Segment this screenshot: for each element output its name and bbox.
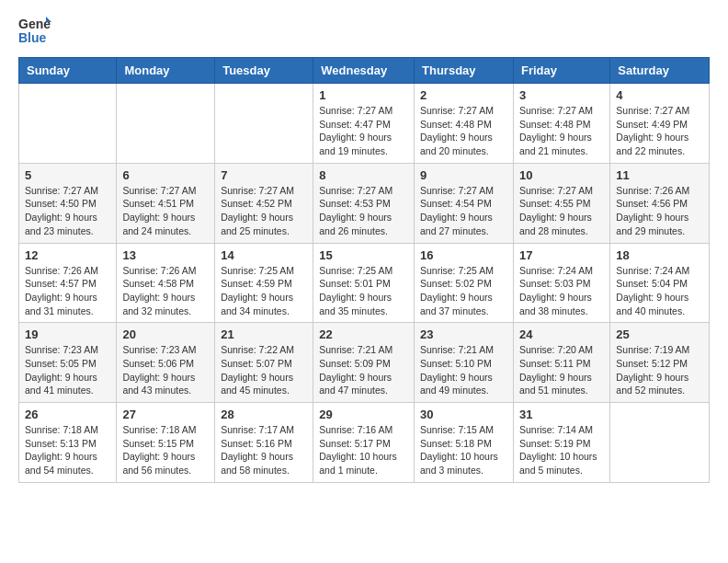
day-info: Sunrise: 7:27 AMSunset: 4:50 PMDaylight:… bbox=[25, 184, 110, 238]
calendar-cell: 8Sunrise: 7:27 AMSunset: 4:53 PMDaylight… bbox=[313, 163, 415, 243]
day-info: Sunrise: 7:24 AMSunset: 5:04 PMDaylight:… bbox=[616, 264, 703, 318]
calendar-cell: 21Sunrise: 7:22 AMSunset: 5:07 PMDayligh… bbox=[215, 323, 313, 403]
day-number: 21 bbox=[221, 327, 307, 341]
day-info: Sunrise: 7:21 AMSunset: 5:10 PMDaylight:… bbox=[420, 343, 507, 397]
col-saturday: Saturday bbox=[610, 58, 710, 84]
day-number: 31 bbox=[519, 408, 604, 421]
calendar-cell: 18Sunrise: 7:24 AMSunset: 5:04 PMDayligh… bbox=[610, 243, 710, 323]
day-info: Sunrise: 7:23 AMSunset: 5:05 PMDaylight:… bbox=[25, 343, 110, 397]
day-info: Sunrise: 7:20 AMSunset: 5:11 PMDaylight:… bbox=[519, 343, 604, 397]
calendar-cell: 25Sunrise: 7:19 AMSunset: 5:12 PMDayligh… bbox=[610, 323, 710, 403]
day-number: 14 bbox=[221, 248, 307, 262]
day-number: 22 bbox=[319, 327, 408, 341]
day-info: Sunrise: 7:26 AMSunset: 4:56 PMDaylight:… bbox=[616, 184, 703, 238]
day-number: 12 bbox=[25, 248, 110, 262]
calendar-cell: 13Sunrise: 7:26 AMSunset: 4:58 PMDayligh… bbox=[117, 243, 215, 323]
calendar-cell: 16Sunrise: 7:25 AMSunset: 5:02 PMDayligh… bbox=[415, 243, 514, 323]
day-number: 23 bbox=[420, 327, 507, 341]
day-info: Sunrise: 7:23 AMSunset: 5:06 PMDaylight:… bbox=[122, 343, 209, 397]
day-number: 11 bbox=[616, 168, 703, 182]
calendar-cell: 31Sunrise: 7:14 AMSunset: 5:19 PMDayligh… bbox=[513, 403, 609, 483]
day-info: Sunrise: 7:27 AMSunset: 4:51 PMDaylight:… bbox=[122, 184, 209, 238]
day-info: Sunrise: 7:22 AMSunset: 5:07 PMDaylight:… bbox=[221, 343, 307, 397]
calendar-cell bbox=[19, 84, 117, 164]
day-info: Sunrise: 7:27 AMSunset: 4:49 PMDaylight:… bbox=[616, 104, 703, 158]
day-number: 25 bbox=[616, 327, 703, 341]
calendar-cell: 5Sunrise: 7:27 AMSunset: 4:50 PMDaylight… bbox=[19, 163, 117, 243]
day-info: Sunrise: 7:16 AMSunset: 5:17 PMDaylight:… bbox=[319, 423, 408, 477]
calendar-cell: 26Sunrise: 7:18 AMSunset: 5:13 PMDayligh… bbox=[19, 403, 117, 483]
day-info: Sunrise: 7:17 AMSunset: 5:16 PMDaylight:… bbox=[221, 423, 307, 477]
day-info: Sunrise: 7:18 AMSunset: 5:15 PMDaylight:… bbox=[122, 423, 209, 477]
day-info: Sunrise: 7:27 AMSunset: 4:54 PMDaylight:… bbox=[420, 184, 507, 238]
day-info: Sunrise: 7:14 AMSunset: 5:19 PMDaylight:… bbox=[519, 423, 604, 477]
logo: General Blue bbox=[18, 15, 51, 48]
calendar-cell: 12Sunrise: 7:26 AMSunset: 4:57 PMDayligh… bbox=[19, 243, 117, 323]
day-info: Sunrise: 7:27 AMSunset: 4:52 PMDaylight:… bbox=[221, 184, 307, 238]
calendar-header-row: Sunday Monday Tuesday Wednesday Thursday… bbox=[19, 58, 710, 84]
calendar-cell: 20Sunrise: 7:23 AMSunset: 5:06 PMDayligh… bbox=[117, 323, 215, 403]
calendar-cell: 17Sunrise: 7:24 AMSunset: 5:03 PMDayligh… bbox=[513, 243, 609, 323]
calendar-cell: 2Sunrise: 7:27 AMSunset: 4:48 PMDaylight… bbox=[415, 84, 514, 164]
day-info: Sunrise: 7:26 AMSunset: 4:57 PMDaylight:… bbox=[25, 264, 110, 318]
calendar-cell: 10Sunrise: 7:27 AMSunset: 4:55 PMDayligh… bbox=[513, 163, 609, 243]
week-row-2: 5Sunrise: 7:27 AMSunset: 4:50 PMDaylight… bbox=[19, 163, 710, 243]
header: General Blue bbox=[18, 15, 710, 48]
day-number: 20 bbox=[122, 327, 209, 341]
week-row-3: 12Sunrise: 7:26 AMSunset: 4:57 PMDayligh… bbox=[19, 243, 710, 323]
day-number: 3 bbox=[519, 88, 604, 102]
week-row-1: 1Sunrise: 7:27 AMSunset: 4:47 PMDaylight… bbox=[19, 84, 710, 164]
calendar-cell: 23Sunrise: 7:21 AMSunset: 5:10 PMDayligh… bbox=[415, 323, 514, 403]
day-info: Sunrise: 7:18 AMSunset: 5:13 PMDaylight:… bbox=[25, 423, 110, 477]
day-number: 17 bbox=[519, 248, 604, 262]
day-number: 15 bbox=[319, 248, 408, 262]
calendar-cell: 7Sunrise: 7:27 AMSunset: 4:52 PMDaylight… bbox=[215, 163, 313, 243]
calendar-cell bbox=[610, 403, 710, 483]
day-number: 27 bbox=[122, 408, 209, 421]
col-friday: Friday bbox=[513, 58, 609, 84]
col-sunday: Sunday bbox=[19, 58, 117, 84]
calendar-cell: 3Sunrise: 7:27 AMSunset: 4:48 PMDaylight… bbox=[513, 84, 609, 164]
day-number: 13 bbox=[122, 248, 209, 262]
col-tuesday: Tuesday bbox=[215, 58, 313, 84]
day-info: Sunrise: 7:15 AMSunset: 5:18 PMDaylight:… bbox=[420, 423, 507, 477]
calendar-cell: 11Sunrise: 7:26 AMSunset: 4:56 PMDayligh… bbox=[610, 163, 710, 243]
day-number: 18 bbox=[616, 248, 703, 262]
calendar-cell bbox=[117, 84, 215, 164]
day-info: Sunrise: 7:26 AMSunset: 4:58 PMDaylight:… bbox=[122, 264, 209, 318]
calendar-table: Sunday Monday Tuesday Wednesday Thursday… bbox=[18, 57, 710, 483]
calendar-cell: 22Sunrise: 7:21 AMSunset: 5:09 PMDayligh… bbox=[313, 323, 415, 403]
calendar-cell: 28Sunrise: 7:17 AMSunset: 5:16 PMDayligh… bbox=[215, 403, 313, 483]
calendar-cell: 30Sunrise: 7:15 AMSunset: 5:18 PMDayligh… bbox=[415, 403, 514, 483]
day-number: 1 bbox=[319, 88, 408, 102]
calendar-cell: 6Sunrise: 7:27 AMSunset: 4:51 PMDaylight… bbox=[117, 163, 215, 243]
day-info: Sunrise: 7:25 AMSunset: 5:01 PMDaylight:… bbox=[319, 264, 408, 318]
calendar-cell: 27Sunrise: 7:18 AMSunset: 5:15 PMDayligh… bbox=[117, 403, 215, 483]
calendar-cell: 24Sunrise: 7:20 AMSunset: 5:11 PMDayligh… bbox=[513, 323, 609, 403]
week-row-4: 19Sunrise: 7:23 AMSunset: 5:05 PMDayligh… bbox=[19, 323, 710, 403]
day-number: 10 bbox=[519, 168, 604, 182]
calendar-cell: 29Sunrise: 7:16 AMSunset: 5:17 PMDayligh… bbox=[313, 403, 415, 483]
day-number: 5 bbox=[25, 168, 110, 182]
day-number: 2 bbox=[420, 88, 507, 102]
calendar-cell: 1Sunrise: 7:27 AMSunset: 4:47 PMDaylight… bbox=[313, 84, 415, 164]
day-info: Sunrise: 7:27 AMSunset: 4:55 PMDaylight:… bbox=[519, 184, 604, 238]
day-info: Sunrise: 7:24 AMSunset: 5:03 PMDaylight:… bbox=[519, 264, 604, 318]
day-number: 28 bbox=[221, 408, 307, 421]
day-number: 24 bbox=[519, 327, 604, 341]
day-info: Sunrise: 7:27 AMSunset: 4:47 PMDaylight:… bbox=[319, 104, 408, 158]
day-info: Sunrise: 7:19 AMSunset: 5:12 PMDaylight:… bbox=[616, 343, 703, 397]
calendar-cell: 9Sunrise: 7:27 AMSunset: 4:54 PMDaylight… bbox=[415, 163, 514, 243]
day-info: Sunrise: 7:27 AMSunset: 4:48 PMDaylight:… bbox=[420, 104, 507, 158]
logo-svg: General Blue bbox=[18, 15, 51, 48]
day-number: 16 bbox=[420, 248, 507, 262]
day-number: 4 bbox=[616, 88, 703, 102]
day-number: 26 bbox=[25, 408, 110, 421]
day-number: 8 bbox=[319, 168, 408, 182]
calendar-cell: 14Sunrise: 7:25 AMSunset: 4:59 PMDayligh… bbox=[215, 243, 313, 323]
day-info: Sunrise: 7:25 AMSunset: 5:02 PMDaylight:… bbox=[420, 264, 507, 318]
calendar-cell: 4Sunrise: 7:27 AMSunset: 4:49 PMDaylight… bbox=[610, 84, 710, 164]
day-number: 6 bbox=[122, 168, 209, 182]
calendar-cell bbox=[215, 84, 313, 164]
day-number: 19 bbox=[25, 327, 110, 341]
